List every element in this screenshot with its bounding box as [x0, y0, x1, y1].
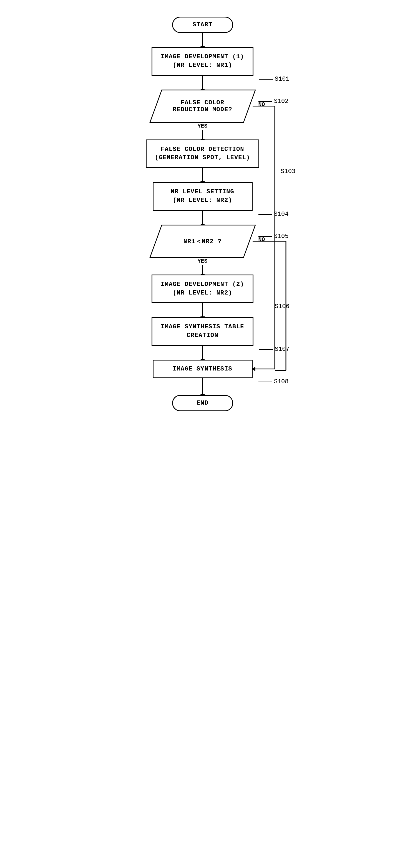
arrow-s104-s105 [202, 211, 203, 225]
s105-node: NR1＜NR2 ? [155, 225, 250, 258]
s107-step-line [259, 349, 273, 350]
s103-node: FALSE COLOR DETECTION(GENERATION SPOT, L… [146, 140, 259, 168]
s105-step-text: S105 [274, 233, 289, 240]
s106-step-text: S106 [275, 303, 290, 310]
arrow-s108-end [202, 378, 203, 395]
s103-step-line [265, 172, 279, 172]
end-label: END [197, 400, 208, 407]
s103-label: FALSE COLOR DETECTION(GENERATION SPOT, L… [155, 145, 250, 162]
s102-wrapper: FALSE COLORREDUCTION MODE? S102 NO [155, 90, 250, 123]
s101-step-text: S101 [275, 76, 290, 83]
arrow-s106-s107 [202, 303, 203, 317]
s108-step: S108 [258, 378, 289, 385]
s105-wrapper: NR1＜NR2 ? S105 NO [155, 225, 250, 258]
s102-no-label: NO [258, 101, 265, 107]
yes-s105: YES [197, 258, 207, 265]
s103-step: S103 [265, 168, 295, 175]
s105-no-label: NO [258, 236, 265, 243]
s104-wrapper: NR LEVEL SETTING(NR LEVEL: NR2) S104 [153, 182, 253, 211]
arrow-s103-s104 [202, 168, 203, 182]
s102-yes-label: YES [197, 123, 207, 129]
s107-label: IMAGE SYNTHESIS TABLECREATION [161, 323, 244, 340]
s103-step-text: S103 [281, 168, 295, 175]
s102-step-text: S102 [274, 98, 289, 105]
s101-step: S101 [259, 76, 290, 83]
yes-s102: YES [197, 123, 207, 130]
s106-step-line [259, 307, 273, 307]
end-node: END [172, 395, 233, 411]
start-label: START [193, 21, 213, 28]
s107-step-text: S107 [275, 346, 290, 353]
s104-label: NR LEVEL SETTING(NR LEVEL: NR2) [171, 188, 234, 205]
s104-node: NR LEVEL SETTING(NR LEVEL: NR2) [153, 182, 253, 211]
s102-label: FALSE COLORREDUCTION MODE? [173, 99, 232, 113]
s104-step: S104 [258, 211, 289, 218]
s108-step-text: S108 [274, 378, 289, 385]
s107-wrapper: IMAGE SYNTHESIS TABLECREATION S107 [151, 317, 253, 346]
start-node: START [172, 17, 233, 33]
arrow-s105-s106 [202, 265, 203, 275]
s106-label: IMAGE DEVELOPMENT (2)(NR LEVEL: NR2) [161, 280, 244, 298]
flow-wrapper: START IMAGE DEVELOPMENT (1)(NR LEVEL: NR… [92, 17, 314, 411]
s105-label: NR1＜NR2 ? [183, 237, 222, 245]
s108-step-line [258, 381, 272, 382]
flowchart: START IMAGE DEVELOPMENT (1)(NR LEVEL: NR… [92, 17, 314, 411]
s102-node: FALSE COLORREDUCTION MODE? [155, 90, 250, 123]
arrow-s101-s102 [202, 76, 203, 90]
s106-node: IMAGE DEVELOPMENT (2)(NR LEVEL: NR2) [151, 275, 253, 303]
s103-wrapper: FALSE COLOR DETECTION(GENERATION SPOT, L… [146, 140, 259, 168]
s101-label: IMAGE DEVELOPMENT (1)(NR LEVEL: NR1) [161, 53, 244, 70]
s105-yes-label: YES [197, 258, 207, 264]
s104-step-line [258, 214, 272, 215]
s101-wrapper: IMAGE DEVELOPMENT (1)(NR LEVEL: NR1) S10… [151, 47, 253, 76]
s107-step: S107 [259, 346, 290, 353]
s101-node: IMAGE DEVELOPMENT (1)(NR LEVEL: NR1) [151, 47, 253, 76]
s108-wrapper: IMAGE SYNTHESIS S108 [153, 360, 253, 378]
s108-label: IMAGE SYNTHESIS [173, 366, 232, 372]
arrow-start-s101 [202, 33, 203, 47]
s106-step: S106 [259, 303, 290, 310]
arrow-s107-s108 [202, 346, 203, 360]
arrow-s102-s103 [202, 130, 203, 140]
s107-node: IMAGE SYNTHESIS TABLECREATION [151, 317, 253, 346]
s106-wrapper: IMAGE DEVELOPMENT (2)(NR LEVEL: NR2) S10… [151, 275, 253, 303]
s104-step-text: S104 [274, 211, 289, 218]
s101-step-line [259, 79, 273, 80]
s108-node: IMAGE SYNTHESIS [153, 360, 253, 378]
